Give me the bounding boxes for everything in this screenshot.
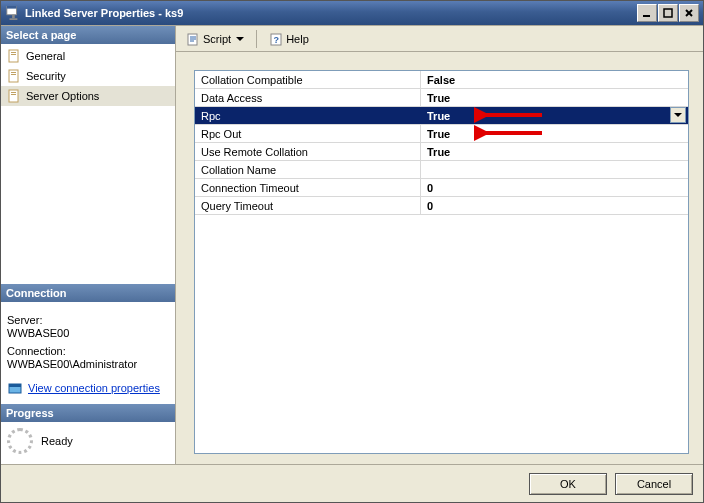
svg-rect-10 <box>11 54 16 55</box>
svg-rect-2 <box>12 15 15 19</box>
svg-rect-1 <box>7 6 17 9</box>
grid-row[interactable]: Data Access True <box>195 89 688 107</box>
select-page-header: Select a page <box>1 26 175 44</box>
prop-value: True <box>421 125 688 142</box>
prop-value: 0 <box>421 179 688 196</box>
cancel-button[interactable]: Cancel <box>615 473 693 495</box>
progress-section: Ready <box>1 422 175 464</box>
svg-rect-9 <box>11 52 16 53</box>
connection-info: Server: WWBASE00 Connection: WWBASE00\Ad… <box>1 302 175 404</box>
prop-value: 0 <box>421 197 688 214</box>
maximize-button[interactable] <box>658 4 678 22</box>
grid-row[interactable]: Rpc Out True <box>195 125 688 143</box>
script-label: Script <box>203 33 231 45</box>
svg-rect-5 <box>664 9 672 17</box>
grid-row[interactable]: Connection Timeout 0 <box>195 179 688 197</box>
app-icon <box>5 5 21 21</box>
page-nav: General Security Server Options <box>1 44 175 108</box>
svg-rect-14 <box>9 90 18 102</box>
toolbar-separator <box>256 30 257 48</box>
grid-row[interactable]: Use Remote Collation True <box>195 143 688 161</box>
ok-button[interactable]: OK <box>529 473 607 495</box>
prop-name: Rpc <box>195 107 421 124</box>
svg-rect-13 <box>11 74 16 75</box>
nav-label: Server Options <box>26 90 99 102</box>
prop-name: Query Timeout <box>195 197 421 214</box>
prop-value: True <box>421 107 688 124</box>
prop-value: True <box>421 89 688 106</box>
close-button[interactable] <box>679 4 699 22</box>
grid-row-selected[interactable]: Rpc True <box>195 107 688 125</box>
titlebar: Linked Server Properties - ks9 <box>1 1 703 25</box>
svg-rect-8 <box>9 50 18 62</box>
help-label: Help <box>286 33 309 45</box>
svg-rect-3 <box>10 18 18 20</box>
server-value: WWBASE00 <box>7 327 169 339</box>
page-icon <box>6 68 22 84</box>
window-title: Linked Server Properties - ks9 <box>25 7 183 19</box>
view-connection-properties-link[interactable]: View connection properties <box>28 382 160 394</box>
properties-grid: Collation Compatible False Data Access T… <box>194 70 689 454</box>
chevron-down-icon <box>236 37 244 41</box>
dialog-footer: OK Cancel <box>1 464 703 502</box>
svg-rect-18 <box>9 384 21 387</box>
script-button[interactable]: Script <box>180 29 250 49</box>
prop-value: True <box>421 143 688 160</box>
nav-label: General <box>26 50 65 62</box>
prop-value: False <box>421 71 688 88</box>
server-label: Server: <box>7 314 169 326</box>
connection-value: WWBASE00\Administrator <box>7 358 169 370</box>
progress-spinner-icon <box>7 428 33 454</box>
progress-state: Ready <box>41 435 73 447</box>
help-icon: ? <box>269 32 283 46</box>
grid-row[interactable]: Query Timeout 0 <box>195 197 688 215</box>
prop-name: Connection Timeout <box>195 179 421 196</box>
prop-name: Use Remote Collation <box>195 143 421 160</box>
svg-rect-12 <box>11 72 16 73</box>
svg-text:?: ? <box>274 35 280 45</box>
page-icon <box>6 48 22 64</box>
progress-header: Progress <box>1 404 175 422</box>
svg-rect-11 <box>9 70 18 82</box>
properties-icon <box>7 380 23 396</box>
prop-name: Collation Name <box>195 161 421 178</box>
properties-dialog: Linked Server Properties - ks9 Select a … <box>0 0 704 503</box>
script-icon <box>186 32 200 46</box>
grid-row[interactable]: Collation Compatible False <box>195 71 688 89</box>
connection-label: Connection: <box>7 345 169 357</box>
grid-row[interactable]: Collation Name <box>195 161 688 179</box>
prop-name: Rpc Out <box>195 125 421 142</box>
dropdown-arrow-button[interactable] <box>670 107 686 123</box>
page-icon <box>6 88 22 104</box>
prop-name: Data Access <box>195 89 421 106</box>
left-pane: Select a page General Security <box>1 26 176 464</box>
nav-general[interactable]: General <box>1 46 175 66</box>
connection-header: Connection <box>1 284 175 302</box>
prop-name: Collation Compatible <box>195 71 421 88</box>
prop-value <box>421 161 688 178</box>
nav-server-options[interactable]: Server Options <box>1 86 175 106</box>
toolbar: Script ? Help <box>176 26 703 52</box>
right-pane: Script ? Help Collation Compatible False <box>176 26 703 464</box>
svg-rect-15 <box>11 92 16 93</box>
nav-label: Security <box>26 70 66 82</box>
minimize-button[interactable] <box>637 4 657 22</box>
nav-security[interactable]: Security <box>1 66 175 86</box>
help-button[interactable]: ? Help <box>263 29 315 49</box>
svg-rect-16 <box>11 94 16 95</box>
